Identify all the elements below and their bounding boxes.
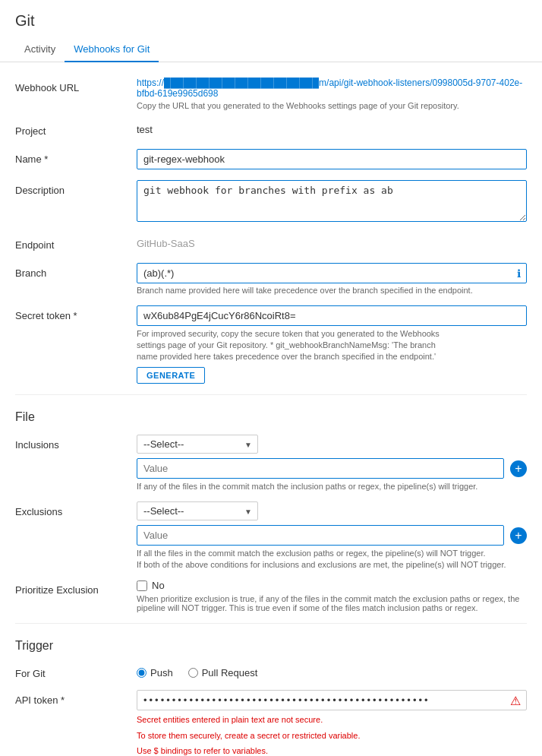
- page-header: Git: [0, 0, 542, 30]
- prioritize-checkbox-row: No: [137, 580, 527, 591]
- exclusions-select[interactable]: --Select--: [137, 501, 258, 520]
- pull-request-radio[interactable]: [188, 668, 198, 678]
- webhook-url-row: Webhook URL https://████████████████████…: [15, 77, 527, 110]
- inclusions-select-wrapper: --Select-- ▼: [137, 435, 258, 454]
- branch-field: ℹ Branch name provided here will take pr…: [137, 263, 527, 295]
- page-title: Git: [15, 12, 527, 30]
- description-field: git webhook for branches with prefix as …: [137, 180, 527, 224]
- prioritize-checkbox[interactable]: [137, 580, 147, 591]
- api-token-error1: Secret entities entered in plain text ar…: [137, 713, 527, 726]
- secret-token-hint1: For improved security, copy the secure t…: [137, 329, 527, 338]
- api-token-input[interactable]: [137, 690, 527, 710]
- api-token-warning-icon: ⚠: [510, 693, 521, 707]
- for-git-label: For Git: [15, 663, 137, 679]
- api-token-input-wrapper: ⚠: [137, 690, 527, 710]
- tab-webhooks[interactable]: Webhooks for Git: [65, 37, 159, 62]
- endpoint-label: Endpoint: [15, 235, 137, 251]
- description-row: Description git webhook for branches wit…: [15, 180, 527, 224]
- file-divider: [15, 394, 527, 395]
- generate-secret-button[interactable]: GENERATE: [137, 367, 205, 384]
- webhook-url-field: https://████████████████████████m/api/gi…: [137, 77, 527, 110]
- api-token-error2: To store them securely, create a secret …: [137, 729, 527, 742]
- inclusions-row: Inclusions --Select-- ▼ + If any of the …: [15, 435, 527, 491]
- for-git-field: Push Pull Request: [137, 663, 527, 679]
- name-field: [137, 149, 527, 169]
- endpoint-value: GitHub-SaaS: [137, 235, 527, 252]
- exclusions-add-button[interactable]: +: [510, 527, 527, 544]
- pull-request-label: Pull Request: [202, 667, 258, 679]
- api-token-row: API token * ⚠ Secret entities entered in…: [15, 690, 527, 756]
- api-token-label: API token *: [15, 690, 137, 706]
- project-label: Project: [15, 121, 137, 137]
- exclusions-hint2: If both of the above conditions for incl…: [137, 560, 527, 569]
- for-git-row: For Git Push Pull Request: [15, 663, 527, 679]
- webhook-url-hint: Copy the URL that you generated to the W…: [137, 101, 527, 110]
- exclusions-row: Exclusions --Select-- ▼ + If all the fil…: [15, 501, 527, 569]
- file-section-title: File: [15, 406, 527, 424]
- branch-input[interactable]: [137, 263, 527, 283]
- endpoint-row: Endpoint GitHub-SaaS: [15, 235, 527, 252]
- project-field: test: [137, 121, 527, 138]
- exclusions-select-wrapper: --Select-- ▼: [137, 501, 258, 520]
- branch-hint: Branch name provided here will take prec…: [137, 286, 527, 295]
- description-label: Description: [15, 180, 137, 196]
- prioritize-checkbox-label: No: [152, 580, 165, 591]
- webhook-url-value: https://████████████████████████m/api/gi…: [137, 77, 527, 99]
- prioritize-label: Prioritize Exclusion: [15, 580, 137, 596]
- exclusions-hint1: If all the files in the commit match the…: [137, 549, 527, 558]
- inclusions-label: Inclusions: [15, 435, 137, 451]
- push-radio[interactable]: [137, 668, 147, 678]
- tab-activity[interactable]: Activity: [15, 37, 65, 62]
- secret-token-label: Secret token *: [15, 305, 137, 321]
- secret-token-row: Secret token * For improved security, co…: [15, 305, 527, 384]
- inclusions-add-button[interactable]: +: [510, 460, 527, 477]
- branch-label: Branch: [15, 263, 137, 279]
- trigger-divider: [15, 623, 527, 624]
- exclusions-value-row: +: [137, 525, 527, 546]
- name-label: Name *: [15, 149, 137, 165]
- prioritize-row: Prioritize Exclusion No When prioritize …: [15, 580, 527, 612]
- prioritize-hint: When prioritize exclusion is true, if an…: [137, 594, 527, 612]
- description-input[interactable]: git webhook for branches with prefix as …: [137, 180, 527, 222]
- inclusions-select[interactable]: --Select--: [137, 435, 258, 454]
- exclusions-label: Exclusions: [15, 501, 137, 517]
- api-token-field: ⚠ Secret entities entered in plain text …: [137, 690, 527, 756]
- branch-row: Branch ℹ Branch name provided here will …: [15, 263, 527, 295]
- inclusions-field: --Select-- ▼ + If any of the files in th…: [137, 435, 527, 491]
- push-label: Push: [150, 667, 173, 679]
- prioritize-field: No When prioritize exclusion is true, if…: [137, 580, 527, 612]
- api-token-error3: Use $ bindings to refer to variables.: [137, 745, 527, 756]
- branch-info-icon[interactable]: ℹ: [517, 267, 521, 280]
- tabs-bar: Activity Webhooks for Git: [0, 37, 542, 62]
- pull-request-radio-label[interactable]: Pull Request: [188, 667, 258, 679]
- webhook-url-label: Webhook URL: [15, 77, 137, 93]
- inclusions-value-row: +: [137, 458, 527, 479]
- exclusions-field: --Select-- ▼ + If all the files in the c…: [137, 501, 527, 569]
- project-row: Project test: [15, 121, 527, 138]
- project-value: test: [137, 121, 527, 138]
- secret-token-hint2: settings page of your Git repository. * …: [137, 340, 527, 350]
- form-content: Webhook URL https://████████████████████…: [0, 62, 542, 756]
- exclusions-value-input[interactable]: [137, 525, 504, 546]
- inclusions-hint: If any of the files in the commit match …: [137, 482, 527, 491]
- name-row: Name *: [15, 149, 527, 169]
- secret-token-field: For improved security, copy the secure t…: [137, 305, 527, 384]
- secret-token-input[interactable]: [137, 305, 527, 326]
- trigger-section-title: Trigger: [15, 634, 527, 653]
- endpoint-field: GitHub-SaaS: [137, 235, 527, 252]
- trigger-radio-group: Push Pull Request: [137, 663, 527, 679]
- secret-token-hint3: name provided here takes precedence over…: [137, 352, 527, 361]
- push-radio-label[interactable]: Push: [137, 667, 173, 679]
- inclusions-value-input[interactable]: [137, 458, 504, 479]
- name-input[interactable]: [137, 149, 527, 169]
